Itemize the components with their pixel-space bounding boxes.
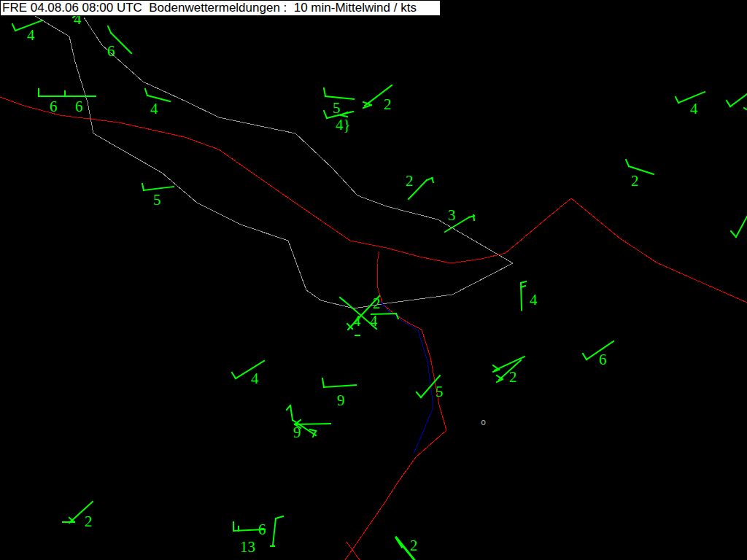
station-plot: 2 <box>493 357 525 386</box>
wind-barb <box>744 108 746 109</box>
station-wind-speed-label: 5 <box>153 191 161 209</box>
wind-barb <box>108 26 111 33</box>
station-plot: 6 <box>75 98 83 115</box>
wind-barb <box>396 314 398 319</box>
station-wind-speed-label: 6 <box>107 42 115 60</box>
station-plot: 4 <box>232 361 264 387</box>
wind-barb <box>583 354 587 359</box>
wind-barb <box>232 373 236 378</box>
station-wind-speed-label: 4 <box>370 312 378 330</box>
station-wind-speed-label: 4 <box>690 100 698 117</box>
wind-barb <box>730 94 747 106</box>
wind-barb <box>276 516 283 518</box>
station-wind-speed-label: 5 <box>333 99 341 117</box>
station-wind-speed-label: 6 <box>75 98 83 115</box>
station-plot: 4 <box>145 89 170 117</box>
station-plot <box>731 217 747 237</box>
station-wind-speed-label: 4 <box>27 26 35 44</box>
weather-map: 4464665524}4223424449952626132o <box>0 0 747 560</box>
station-wind-speed-label: 6 <box>258 521 266 538</box>
wind-barb <box>142 184 144 190</box>
border-line <box>345 252 446 560</box>
wind-barb <box>432 178 433 182</box>
station-wind-speed-label: 2 <box>631 172 639 190</box>
wind-barb <box>324 88 325 96</box>
station-wind-speed-label: 2 <box>410 537 418 554</box>
station-plot: 2 <box>363 85 392 113</box>
wind-barb <box>736 217 747 237</box>
wind-barb <box>322 378 324 387</box>
station-wind-speed-label: 2 <box>406 172 414 190</box>
station-plot: 6 <box>107 26 131 60</box>
wind-barb <box>144 187 174 190</box>
wind-barb <box>324 111 327 118</box>
station-wind-speed-label: 4 <box>353 312 361 330</box>
river-line <box>379 300 433 454</box>
wind-barb <box>145 89 147 96</box>
station-plot: 9 <box>322 378 356 409</box>
station-wind-speed-label: 9 <box>293 424 301 441</box>
title-text: FRE 04.08.06 08:00 UTC Bodenwettermeldun… <box>1 1 417 15</box>
wind-barb <box>727 101 730 106</box>
wind-barb <box>310 429 316 431</box>
station-plot: 2 <box>396 537 418 560</box>
station-wind-speed-label: 9 <box>337 392 345 409</box>
wind-barb <box>676 97 678 103</box>
station-wind-speed-label: 13 <box>240 538 255 556</box>
station-wind-speed-label: 5 <box>436 383 444 400</box>
wind-barb <box>273 518 276 545</box>
station-marker: o <box>481 417 486 427</box>
wind-barb <box>324 385 356 387</box>
station-wind-speed-label: 6 <box>50 98 58 115</box>
station-wind-speed-label: 2 <box>373 295 381 312</box>
station-plot: 4 <box>521 281 538 310</box>
station-wind-speed-label: 4 <box>530 291 538 308</box>
station-wind-speed-label: 4 <box>251 370 259 387</box>
station-wind-speed-label: 2 <box>384 96 392 113</box>
station-wind-speed-label: 2 <box>509 368 517 386</box>
coastline <box>84 18 513 263</box>
station-wind-speed-label: 2 <box>85 513 93 530</box>
station-plot: 6 <box>39 89 96 115</box>
station-wind-speed-label: 3 <box>448 206 456 224</box>
station-wind-speed-label: 4} <box>336 116 351 133</box>
wind-barb <box>236 361 264 378</box>
station-plot: 6 <box>583 341 614 368</box>
border-line <box>0 97 747 303</box>
wind-barb <box>417 392 421 397</box>
station-wind-speed-label: 4 <box>150 100 158 117</box>
wind-barb <box>521 281 526 283</box>
wind-barb <box>290 405 293 420</box>
station-plot: 4 <box>676 92 705 117</box>
station-wind-speed-label: 6 <box>599 351 607 368</box>
wind-barb <box>731 231 736 237</box>
station-plot: 2 <box>406 172 433 199</box>
coastline <box>35 16 513 308</box>
title-bar: FRE 04.08.06 08:00 UTC Bodenwettermeldun… <box>0 0 441 16</box>
station-plot <box>727 94 747 109</box>
station-plot: 6 <box>233 521 266 538</box>
border-line <box>347 542 360 560</box>
station-plot: 9 <box>287 405 330 441</box>
station-plot: 3 <box>445 206 474 232</box>
weather-app-window: 4464665524}4223424449952626132o FRE 04.0… <box>0 0 747 560</box>
station-plot: 2 <box>626 160 654 190</box>
wind-barb <box>473 215 474 220</box>
station-plot: 5 <box>142 184 174 209</box>
station-plot: 4 <box>370 312 398 330</box>
wind-barb <box>12 24 15 31</box>
wind-barb <box>626 160 629 166</box>
station-plot: 2 <box>63 502 93 530</box>
station-plot: 4 <box>12 20 42 44</box>
